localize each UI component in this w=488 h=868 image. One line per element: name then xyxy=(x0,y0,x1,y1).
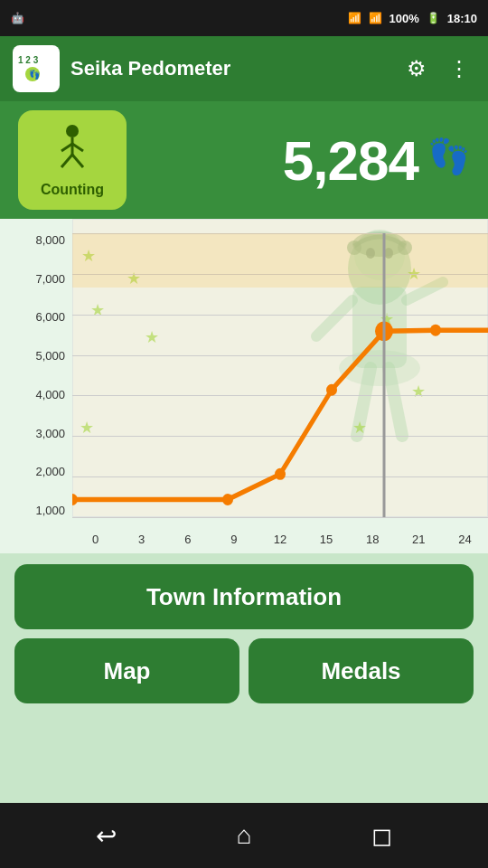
y-label-2000: 2,000 xyxy=(35,465,69,478)
svg-point-23 xyxy=(72,494,78,505)
x-label-0: 0 xyxy=(72,533,118,546)
battery-icon: 🔋 xyxy=(427,12,440,24)
svg-line-9 xyxy=(72,144,83,151)
svg-line-6 xyxy=(61,155,72,167)
app-title: Seika Pedometer xyxy=(70,57,390,80)
bottom-button-row: Map Medals xyxy=(14,638,474,703)
svg-point-24 xyxy=(222,494,233,505)
y-label-7000: 7,000 xyxy=(35,272,69,286)
medals-button[interactable]: Medals xyxy=(249,638,474,703)
svg-point-4 xyxy=(66,125,79,137)
y-label-8000: 8,000 xyxy=(35,233,69,247)
y-axis-labels: 8,000 7,000 6,000 5,000 4,000 3,000 2,00… xyxy=(4,233,69,517)
x-label-18: 18 xyxy=(350,533,396,546)
step-count: 5,284 xyxy=(283,128,418,193)
y-label-5000: 5,000 xyxy=(35,349,69,363)
svg-line-7 xyxy=(72,155,83,167)
chart-line xyxy=(72,233,488,517)
x-label-3: 3 xyxy=(118,533,164,546)
home-button[interactable]: ⌂ xyxy=(237,821,252,850)
clock: 18:10 xyxy=(447,12,477,25)
x-label-15: 15 xyxy=(304,533,350,546)
menu-icon[interactable]: ⋮ xyxy=(443,51,475,87)
svg-text:👣: 👣 xyxy=(29,69,41,80)
town-info-button[interactable]: Town Information xyxy=(14,564,474,629)
walk-icon xyxy=(45,122,99,176)
back-button[interactable]: ↩ xyxy=(96,821,117,851)
x-label-12: 12 xyxy=(257,533,303,546)
battery-percent: 100% xyxy=(389,12,419,25)
svg-point-26 xyxy=(326,384,337,396)
counting-label: Counting xyxy=(41,182,104,198)
svg-line-8 xyxy=(61,144,72,151)
svg-point-25 xyxy=(275,468,286,480)
nav-bar: ↩ ⌂ ◻ xyxy=(0,803,488,868)
x-label-24: 24 xyxy=(442,533,488,546)
x-label-6: 6 xyxy=(164,533,211,546)
x-axis-labels: 0 3 6 9 12 15 18 21 24 xyxy=(72,533,488,546)
y-label-1000: 1,000 xyxy=(35,504,69,517)
buttons-section: Town Information Map Medals xyxy=(0,553,488,714)
chart-section: ★ ★ ★ ★ ★ ★ ★ ★ ★ 8,000 7,000 6,000 5,00… xyxy=(0,219,488,553)
wifi-icon: 📶 xyxy=(348,12,361,24)
x-label-21: 21 xyxy=(396,533,442,546)
y-label-6000: 6,000 xyxy=(35,310,69,324)
settings-icon[interactable]: ⚙ xyxy=(401,51,432,87)
top-bar: 1 2 3 👣 Seika Pedometer ⚙ ⋮ xyxy=(0,36,488,101)
android-icon: 🤖 xyxy=(11,12,24,24)
step-count-area: 5,284 👣 xyxy=(145,128,470,193)
counter-section: Counting 5,284 👣 xyxy=(0,101,488,219)
recent-button[interactable]: ◻ xyxy=(371,821,392,851)
status-bar: 🤖 📶 📶 100% 🔋 18:10 xyxy=(0,0,488,36)
counting-box[interactable]: Counting xyxy=(18,110,127,210)
svg-point-28 xyxy=(430,325,441,336)
svg-text:1 2 3: 1 2 3 xyxy=(18,55,39,65)
y-label-4000: 4,000 xyxy=(35,388,69,401)
foot-icon: 👣 xyxy=(427,137,470,176)
app-logo: 1 2 3 👣 xyxy=(13,45,60,92)
x-label-9: 9 xyxy=(211,533,257,546)
map-button[interactable]: Map xyxy=(14,638,239,703)
y-label-3000: 3,000 xyxy=(35,427,69,440)
signal-icon: 📶 xyxy=(369,12,382,24)
